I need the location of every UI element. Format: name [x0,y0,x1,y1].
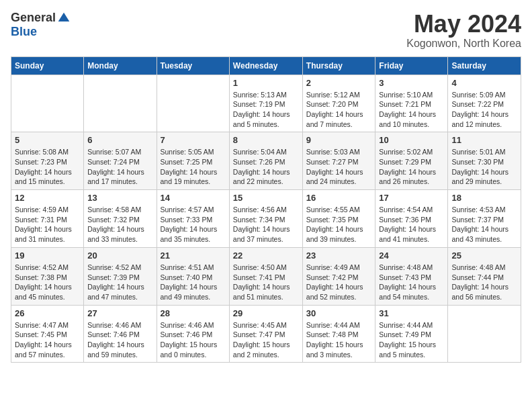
calendar-cell: 27Sunrise: 4:46 AMSunset: 7:46 PMDayligh… [84,305,157,363]
calendar-cell: 23Sunrise: 4:49 AMSunset: 7:42 PMDayligh… [302,247,375,305]
day-number: 8 [233,135,299,145]
day-info: Sunrise: 4:59 AMSunset: 7:31 PMDaylight:… [15,205,80,244]
day-number: 29 [233,308,299,318]
day-number: 24 [379,250,444,261]
calendar-cell: 1Sunrise: 5:13 AMSunset: 7:19 PMDaylight… [229,75,302,132]
day-info: Sunrise: 4:55 AMSunset: 7:35 PMDaylight:… [306,205,372,244]
calendar-cell: 2Sunrise: 5:12 AMSunset: 7:20 PMDaylight… [302,75,375,132]
weekday-header: Monday [84,56,157,75]
calendar-cell [448,305,521,363]
day-number: 23 [306,250,372,261]
weekday-header: Thursday [302,56,375,75]
day-number: 13 [87,193,152,203]
calendar-cell: 21Sunrise: 4:51 AMSunset: 7:40 PMDayligh… [157,247,229,305]
calendar-cell: 8Sunrise: 5:04 AMSunset: 7:26 PMDaylight… [229,132,302,190]
day-info: Sunrise: 4:53 AMSunset: 7:37 PMDaylight:… [451,205,517,244]
calendar-week-row: 26Sunrise: 4:47 AMSunset: 7:45 PMDayligh… [11,305,521,363]
day-info: Sunrise: 4:54 AMSunset: 7:36 PMDaylight:… [379,205,444,244]
calendar-cell: 10Sunrise: 5:02 AMSunset: 7:29 PMDayligh… [375,132,448,190]
day-info: Sunrise: 4:52 AMSunset: 7:39 PMDaylight:… [87,263,152,302]
calendar-cell: 13Sunrise: 4:58 AMSunset: 7:32 PMDayligh… [84,190,157,248]
day-info: Sunrise: 4:48 AMSunset: 7:44 PMDaylight:… [451,263,517,302]
calendar-cell: 7Sunrise: 5:05 AMSunset: 7:25 PMDaylight… [157,132,229,190]
day-number: 21 [161,250,226,261]
day-number: 28 [161,308,226,318]
day-info: Sunrise: 5:10 AMSunset: 7:21 PMDaylight:… [379,90,444,130]
calendar-cell: 24Sunrise: 4:48 AMSunset: 7:43 PMDayligh… [375,247,448,305]
day-info: Sunrise: 5:01 AMSunset: 7:30 PMDaylight:… [451,147,517,187]
day-number: 12 [15,193,80,203]
weekday-header: Saturday [448,56,521,75]
calendar-cell: 11Sunrise: 5:01 AMSunset: 7:30 PMDayligh… [448,132,521,190]
day-number: 1 [233,78,299,88]
day-info: Sunrise: 4:47 AMSunset: 7:45 PMDaylight:… [15,320,80,360]
calendar-cell: 26Sunrise: 4:47 AMSunset: 7:45 PMDayligh… [11,305,84,363]
day-number: 30 [306,308,372,318]
day-number: 25 [451,250,517,261]
day-number: 20 [87,250,152,261]
day-info: Sunrise: 5:02 AMSunset: 7:29 PMDaylight:… [379,147,444,187]
day-number: 14 [161,193,226,203]
calendar-cell: 25Sunrise: 4:48 AMSunset: 7:44 PMDayligh… [448,247,521,305]
day-number: 26 [15,308,80,318]
calendar-cell: 22Sunrise: 4:50 AMSunset: 7:41 PMDayligh… [229,247,302,305]
day-info: Sunrise: 4:45 AMSunset: 7:47 PMDaylight:… [233,320,299,360]
logo-icon [57,11,71,25]
day-info: Sunrise: 5:04 AMSunset: 7:26 PMDaylight:… [233,147,299,187]
day-number: 18 [451,193,517,203]
logo: General Blue [11,11,71,39]
day-info: Sunrise: 4:46 AMSunset: 7:46 PMDaylight:… [87,320,152,360]
calendar-week-row: 5Sunrise: 5:08 AMSunset: 7:23 PMDaylight… [11,132,521,190]
day-info: Sunrise: 4:51 AMSunset: 7:40 PMDaylight:… [161,263,226,302]
calendar-cell: 12Sunrise: 4:59 AMSunset: 7:31 PMDayligh… [11,190,84,248]
day-number: 19 [15,250,80,261]
calendar-cell: 4Sunrise: 5:09 AMSunset: 7:22 PMDaylight… [448,75,521,132]
day-number: 11 [451,135,517,145]
calendar-cell: 29Sunrise: 4:45 AMSunset: 7:47 PMDayligh… [229,305,302,363]
calendar-cell: 20Sunrise: 4:52 AMSunset: 7:39 PMDayligh… [84,247,157,305]
page-header: General Blue May 2024 Kogonwon, North Ko… [11,11,521,50]
calendar-cell: 30Sunrise: 4:44 AMSunset: 7:48 PMDayligh… [302,305,375,363]
calendar-cell: 5Sunrise: 5:08 AMSunset: 7:23 PMDaylight… [11,132,84,190]
calendar-cell: 15Sunrise: 4:56 AMSunset: 7:34 PMDayligh… [229,190,302,248]
calendar-table: SundayMondayTuesdayWednesdayThursdayFrid… [11,56,521,363]
calendar-cell: 19Sunrise: 4:52 AMSunset: 7:38 PMDayligh… [11,247,84,305]
calendar-cell: 31Sunrise: 4:44 AMSunset: 7:49 PMDayligh… [375,305,448,363]
calendar-cell: 18Sunrise: 4:53 AMSunset: 7:37 PMDayligh… [448,190,521,248]
day-info: Sunrise: 4:48 AMSunset: 7:43 PMDaylight:… [379,263,444,302]
calendar-week-row: 19Sunrise: 4:52 AMSunset: 7:38 PMDayligh… [11,247,521,305]
day-info: Sunrise: 5:12 AMSunset: 7:20 PMDaylight:… [306,90,372,130]
weekday-header-row: SundayMondayTuesdayWednesdayThursdayFrid… [11,56,521,75]
calendar-cell: 14Sunrise: 4:57 AMSunset: 7:33 PMDayligh… [157,190,229,248]
calendar-cell: 16Sunrise: 4:55 AMSunset: 7:35 PMDayligh… [302,190,375,248]
logo-blue: Blue [11,25,37,39]
calendar-cell [157,75,229,132]
day-number: 15 [233,193,299,203]
day-number: 9 [306,135,372,145]
calendar-cell: 28Sunrise: 4:46 AMSunset: 7:46 PMDayligh… [157,305,229,363]
calendar-cell: 9Sunrise: 5:03 AMSunset: 7:27 PMDaylight… [302,132,375,190]
day-number: 2 [306,78,372,88]
day-number: 17 [379,193,444,203]
day-info: Sunrise: 4:58 AMSunset: 7:32 PMDaylight:… [87,205,152,244]
day-number: 3 [379,78,444,88]
day-info: Sunrise: 5:09 AMSunset: 7:22 PMDaylight:… [451,90,517,130]
day-info: Sunrise: 5:08 AMSunset: 7:23 PMDaylight:… [15,147,80,187]
day-number: 16 [306,193,372,203]
calendar-cell: 6Sunrise: 5:07 AMSunset: 7:24 PMDaylight… [84,132,157,190]
month-title: May 2024 [406,11,521,38]
weekday-header: Wednesday [229,56,302,75]
weekday-header: Friday [375,56,448,75]
day-number: 27 [87,308,152,318]
calendar-week-row: 12Sunrise: 4:59 AMSunset: 7:31 PMDayligh… [11,190,521,248]
weekday-header: Tuesday [157,56,229,75]
day-info: Sunrise: 4:49 AMSunset: 7:42 PMDaylight:… [306,263,372,302]
day-number: 22 [233,250,299,261]
day-info: Sunrise: 4:56 AMSunset: 7:34 PMDaylight:… [233,205,299,244]
calendar-cell: 17Sunrise: 4:54 AMSunset: 7:36 PMDayligh… [375,190,448,248]
calendar-cell [84,75,157,132]
svg-marker-0 [58,12,70,21]
day-number: 10 [379,135,444,145]
day-info: Sunrise: 4:44 AMSunset: 7:48 PMDaylight:… [306,320,372,360]
day-info: Sunrise: 4:46 AMSunset: 7:46 PMDaylight:… [161,320,226,360]
